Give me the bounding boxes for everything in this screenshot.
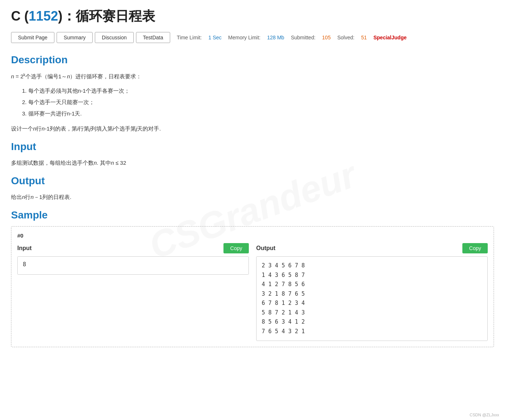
sample-output-col: Output Copy 2 3 4 5 6 7 8 1 4 3 6 5 8 7 … [256, 243, 488, 341]
problem-id: 1152 [29, 8, 58, 24]
sample-title: Sample [11, 209, 494, 221]
description-para2: 设计一个n行n-1列的表，第i行第j列填入第i个选手第j天的对手. [11, 124, 494, 134]
sample-output-value: 2 3 4 5 6 7 8 1 4 3 6 5 8 7 4 1 2 7 8 5 … [256, 256, 488, 341]
copy-output-button[interactable]: Copy [462, 243, 488, 253]
sample-input-value: 8 [17, 256, 249, 275]
sample-input-col: Input Copy 8 [17, 243, 249, 341]
desc-list-item: 3. 循环赛一共进行n-1天. [22, 108, 494, 118]
sample-input-title: Input [17, 245, 32, 252]
submitted-value: 105 [322, 35, 330, 40]
input-title: Input [11, 141, 494, 153]
testdata-button[interactable]: TestData [136, 32, 170, 43]
sample-output-title: Output [256, 245, 275, 252]
sample-label: #0 [17, 232, 488, 239]
description-list: 1. 每个选手必须与其他n-1个选手各赛一次； 2. 每个选手一天只能赛一次； … [22, 86, 494, 118]
description-para1: n = 2k个选手（编号1～n）进行循环赛，日程表要求： [11, 71, 494, 82]
time-limit-value: 1 Sec [208, 35, 222, 40]
output-title: Output [11, 175, 494, 187]
submit-page-button[interactable]: Submit Page [11, 32, 54, 43]
sample-box: #0 Input Copy 8 Output Copy 2 3 4 5 6 7 … [11, 226, 494, 347]
description-title: Description [11, 54, 494, 66]
title-suffix: )：循环赛日程表 [58, 8, 155, 24]
memory-limit-label: Memory Limit: [228, 35, 261, 40]
desc-list-item: 2. 每个选手一天只能赛一次； [22, 97, 494, 107]
solved-label: Solved: [337, 35, 355, 40]
sample-row: Input Copy 8 Output Copy 2 3 4 5 6 7 8 1… [17, 243, 488, 341]
title-prefix: C ( [11, 8, 29, 24]
memory-limit-value: 128 Mb [267, 35, 284, 40]
time-limit-label: Time Limit: [177, 35, 202, 40]
desc-list-item: 1. 每个选手必须与其他n-1个选手各赛一次； [22, 86, 494, 96]
sample-input-header: Input Copy [17, 243, 249, 253]
copy-input-button[interactable]: Copy [223, 243, 249, 253]
sample-output-header: Output Copy [256, 243, 488, 253]
meta-info: Time Limit: 1 Sec Memory Limit: 128 Mb S… [177, 35, 406, 40]
output-text: 给出n行n－1列的日程表. [11, 192, 494, 202]
submitted-label: Submitted: [291, 35, 315, 40]
solved-value: 51 [361, 35, 367, 40]
page-title: C (1152)：循环赛日程表 [11, 7, 494, 25]
nav-bar: Submit Page Summary Discussion TestData … [11, 32, 494, 43]
discussion-button[interactable]: Discussion [95, 32, 134, 43]
special-judge-badge: SpecialJudge [373, 35, 406, 40]
summary-button[interactable]: Summary [57, 32, 93, 43]
input-text: 多组测试数据，每组给出选手个数n. 其中n ≤ 32 [11, 158, 494, 168]
